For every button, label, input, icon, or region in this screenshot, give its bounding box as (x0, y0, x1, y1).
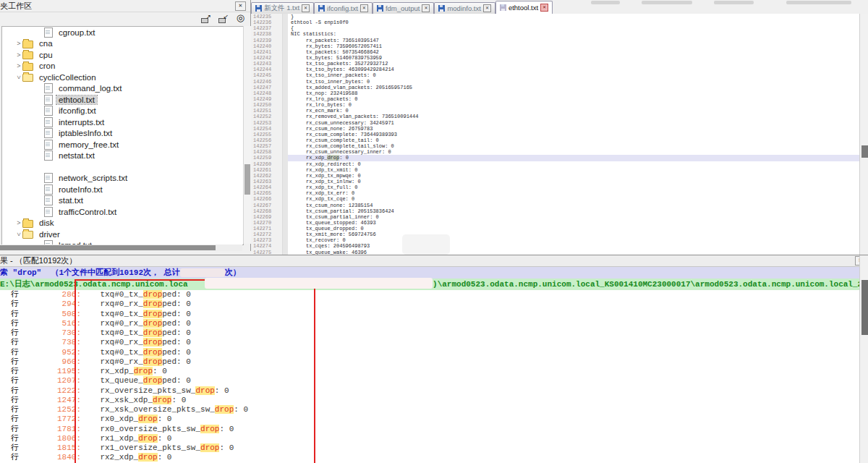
editor-line-text: rx_csum_complete: 736449389393 (288, 132, 859, 137)
tab-ifconfig.txt[interactable]: ifconfig.txt✕ (314, 2, 373, 14)
tree-item-network_scripts.txt[interactable]: network_scripts.txt (2, 173, 243, 184)
tree-item-driver[interactable]: >driver (2, 229, 243, 240)
line-word-label: 行 (0, 367, 33, 376)
bookmark-margin (283, 184, 288, 190)
tree-item-cyclicCollection[interactable]: >cyclicCollection (2, 72, 243, 83)
line-word-label: 行 (0, 396, 33, 405)
bookmark-margin (283, 43, 288, 49)
file-icon (44, 83, 53, 93)
file-tree[interactable]: cgroup.txt>cna>cpu>cron>cyclicCollection… (1, 26, 244, 245)
tab-fdm_output[interactable]: fdm_output✕ (373, 2, 435, 14)
line-number: 142269 (251, 214, 283, 220)
line-number: 142264 (251, 184, 283, 190)
tree-vertical-scrollbar[interactable] (243, 26, 251, 244)
editor-line-text: rx_xdp_tx_xmit: 0 (288, 167, 859, 173)
chevron-icon[interactable]: > (15, 40, 22, 47)
tree-item-netstat.txt[interactable]: netstat.txt (2, 150, 243, 162)
redaction-blob (205, 278, 433, 289)
tree-item-memory_free.txt[interactable]: memory_free.txt (2, 139, 243, 150)
editor-area[interactable]: 142235}142236ethtool -S enp1s0f0142237{1… (251, 14, 859, 255)
editor-line-text: tx_tso_packets: 35272932712 (288, 61, 859, 67)
tab-close-icon[interactable]: ✕ (483, 4, 491, 12)
locate-current-file-icon[interactable]: ◎ (235, 14, 246, 23)
tree-item-disk[interactable]: >disk (2, 218, 243, 229)
tree-item-interrupts.txt[interactable]: interrupts.txt (2, 116, 243, 128)
results-vertical-scrollbar[interactable] (859, 255, 868, 463)
editor-line-text: tx_cqes: 204596498793 (288, 243, 859, 249)
bookmark-margin (283, 114, 288, 119)
line-number: 142236 (251, 20, 283, 25)
tree-item-label: cgroup.txt (56, 28, 98, 37)
tree-item-stat.txt[interactable]: stat.txt (2, 195, 243, 207)
search-summary-suffix: 次） (225, 268, 241, 277)
result-line-number: 738: (33, 338, 81, 347)
scrollbar-thumb[interactable] (861, 145, 868, 158)
line-number: 142265 (251, 190, 283, 196)
chevron-icon[interactable]: > (15, 51, 22, 59)
smart-highlight: drop (327, 155, 339, 161)
bookmark-margin (283, 96, 288, 102)
tree-item-cron[interactable]: >cron (2, 61, 243, 72)
tree-item-label: interrupts.txt (56, 118, 106, 127)
editor-line-text: tx_tso_inner_bytes: 0 (288, 79, 859, 85)
line-number: 142268 (251, 208, 283, 214)
editor-line: 142264 rx_xdp_tx_full: 0 (251, 184, 859, 190)
chevron-icon[interactable]: > (15, 74, 22, 81)
line-number: 142257 (251, 143, 283, 149)
file-icon (44, 150, 53, 161)
editor-line-text: rx_ecn_mark: 0 (288, 108, 859, 114)
tree-item-trafficControl.txt[interactable]: trafficControl.txt (2, 206, 243, 218)
workspace-close-icon[interactable]: ✕ (235, 1, 246, 11)
tab-modinfo.txt[interactable]: modinfo.txt✕ (434, 2, 495, 14)
chevron-icon[interactable]: > (15, 219, 22, 226)
editor-line: 142265 rx_xdp_tx_err: 0 (251, 190, 859, 196)
editor-line: 142251 rx_ecn_mark: 0 (251, 108, 859, 114)
line-word-label: 行 (0, 348, 33, 357)
editor-line: 142262 rx_xdp_tx_mpwqe: 0 (251, 173, 859, 179)
tree-gap (2, 161, 243, 173)
editor-line-text: tx_xmit_more: 569724756 (288, 232, 859, 237)
collapse-all-icon[interactable]: ↙ (218, 14, 229, 23)
line-number: 142255 (251, 132, 283, 137)
file-icon (44, 128, 53, 138)
chevron-icon[interactable]: > (15, 62, 22, 69)
editor-vertical-scrollbar[interactable] (859, 14, 868, 255)
line-number: 142263 (251, 179, 283, 184)
scrollbar-thumb[interactable] (244, 164, 250, 195)
editor-line: 142266 rx_xdp_tx_cqe: 0 (251, 196, 859, 202)
tree-item-cna[interactable]: >cna (2, 38, 243, 50)
tree-horizontal-scrollbar[interactable] (0, 245, 242, 251)
bookmark-margin (283, 190, 288, 196)
line-word-label: 行 (0, 310, 33, 319)
tab-close-icon[interactable]: ✕ (302, 4, 310, 12)
tree-item-ethtool.txt[interactable]: ethtool.txt (2, 94, 243, 106)
file-icon (44, 106, 53, 116)
editor-line: 142274 tx_cqes: 204596498793 (251, 243, 859, 249)
editor-line-text: rx_xdp_tx_full: 0 (288, 184, 859, 190)
bookmark-margin (283, 250, 288, 255)
tab-ethtool.txt[interactable]: ethtool.txt✕ (495, 1, 553, 14)
editor-line: 142242 tx_bytes: 514607839753959 (251, 55, 859, 61)
tree-item-cpu[interactable]: >cpu (2, 49, 243, 61)
tree-item-iptablesInfo.txt[interactable]: iptablesInfo.txt (2, 128, 243, 140)
tree-item-command_log.txt[interactable]: command_log.txt (2, 83, 243, 95)
tree-item-ifconfig.txt[interactable]: ifconfig.txt (2, 106, 243, 117)
bookmark-margin (283, 208, 288, 214)
tab-新文件 1.txt[interactable]: 新文件 1.txt✕ (251, 2, 314, 14)
saved-document-icon (255, 5, 262, 12)
expand-all-icon[interactable]: ↗ (200, 14, 211, 23)
tree-item-routeInfo.txt[interactable]: routeInfo.txt (2, 184, 243, 195)
tree-item-cgroup.txt[interactable]: cgroup.txt (2, 27, 243, 38)
bookmark-margin (283, 38, 288, 43)
tab-close-icon[interactable]: ✕ (540, 4, 548, 12)
chevron-icon[interactable]: > (15, 231, 22, 238)
saved-document-icon (318, 5, 325, 12)
bookmark-margin (283, 20, 288, 25)
scrollbar-thumb[interactable] (861, 280, 868, 335)
tab-close-icon[interactable]: ✕ (360, 4, 368, 12)
result-line-number: 1252: (33, 405, 81, 415)
search-summary-line[interactable]: 索 "drop" （1个文件中匹配到10192次， 总计次） (0, 267, 859, 279)
tab-close-icon[interactable]: ✕ (422, 4, 430, 12)
scrollbar-thumb[interactable] (0, 245, 216, 250)
editor-line-text: rx_removed_vlan_packets: 736510091444 (288, 114, 859, 119)
